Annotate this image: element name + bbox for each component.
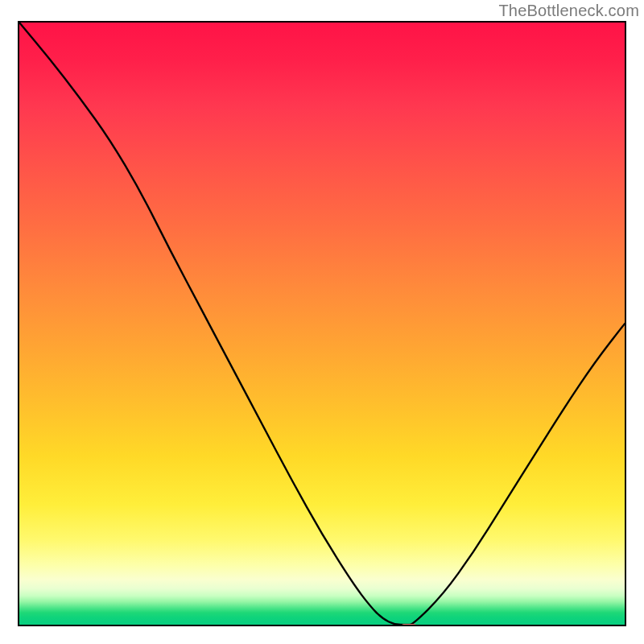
chart-container: TheBottleneck.com xyxy=(0,0,644,644)
optimal-marker xyxy=(400,624,418,626)
watermark-text: TheBottleneck.com xyxy=(498,2,639,20)
plot-area xyxy=(18,21,626,626)
bottleneck-curve xyxy=(19,23,625,625)
curve-svg xyxy=(19,23,625,625)
